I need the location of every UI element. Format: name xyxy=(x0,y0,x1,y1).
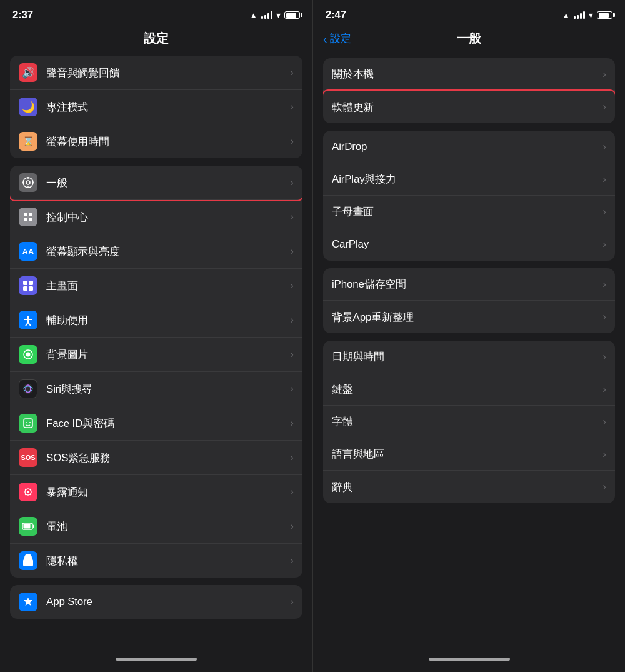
back-button[interactable]: ‹ 設定 xyxy=(323,31,351,46)
left-phone-panel: 2:37 ▲ ▾ 設定 🔊 聲音與觸覺回饋 › xyxy=(0,0,312,672)
dictionary-label: 辭典 xyxy=(332,480,599,494)
airplay-label: AirPlay與接力 xyxy=(332,172,599,186)
svg-point-29 xyxy=(25,489,26,490)
list-item[interactable]: AA 螢幕顯示與亮度 › xyxy=(10,234,302,269)
battery-icon xyxy=(284,11,300,19)
chevron-right-icon: › xyxy=(290,279,294,292)
carplay-label: CarPlay xyxy=(332,238,599,251)
general-icon xyxy=(19,173,38,192)
display-icon: AA xyxy=(19,242,38,261)
svg-rect-24 xyxy=(24,419,32,428)
list-item[interactable]: 控制中心 › xyxy=(10,200,302,234)
datetime-row[interactable]: 日期與時間 › xyxy=(323,341,615,373)
list-item[interactable]: 隱私權 › xyxy=(10,544,302,578)
list-item[interactable]: 輔助使用 › xyxy=(10,303,302,338)
chevron-right-icon: › xyxy=(290,451,294,464)
chevron-right-icon: › xyxy=(602,206,606,218)
chevron-right-icon: › xyxy=(290,520,294,533)
left-time: 2:37 xyxy=(12,9,33,21)
svg-rect-34 xyxy=(33,525,34,528)
right-bottom-bar xyxy=(313,651,625,672)
chevron-right-icon: › xyxy=(602,101,606,113)
list-item[interactable]: 🌙 專注模式 › xyxy=(10,90,302,124)
chevron-right-icon: › xyxy=(602,141,606,153)
wallpaper-icon xyxy=(19,345,38,364)
dictionary-row[interactable]: 辭典 › xyxy=(323,471,615,503)
chevron-right-icon: › xyxy=(290,176,294,189)
right-group2: AirDrop › AirPlay與接力 › 子母畫面 › CarPlay › xyxy=(323,131,615,261)
accessibility-label: 輔助使用 xyxy=(46,313,286,328)
svg-rect-12 xyxy=(23,286,28,291)
svg-point-30 xyxy=(30,489,31,490)
svg-point-32 xyxy=(30,494,31,495)
homescreen-label: 主畫面 xyxy=(46,279,286,293)
svg-point-14 xyxy=(27,316,29,318)
list-item[interactable]: Siri與搜尋 › xyxy=(10,372,302,406)
list-item[interactable]: 背景圖片 › xyxy=(10,338,302,372)
chevron-right-icon: › xyxy=(290,596,294,608)
sos-icon: SOS xyxy=(19,448,38,467)
right-status-bar: 2:47 ▲ ▾ xyxy=(313,0,625,26)
list-item[interactable]: ⌛ 螢幕使用時間 › xyxy=(10,124,302,158)
right-phone-panel: 2:47 ▲ ▾ ‹ 設定 一般 關於本機 › xyxy=(312,0,625,672)
iphone-storage-row[interactable]: iPhone儲存空間 › xyxy=(323,268,615,301)
list-item[interactable]: 電池 › xyxy=(10,509,302,544)
chevron-right-icon: › xyxy=(290,554,294,567)
privacy-label: 隱私權 xyxy=(46,554,286,568)
language-row[interactable]: 語言與地區 › xyxy=(323,438,615,471)
about-row[interactable]: 關於本機 › xyxy=(323,58,615,91)
chevron-right-icon: › xyxy=(290,314,294,326)
list-item[interactable]: 🔊 聲音與觸覺回饋 › xyxy=(10,56,302,90)
chevron-right-icon: › xyxy=(602,416,606,428)
sos-label: SOS緊急服務 xyxy=(46,451,286,465)
chevron-right-icon: › xyxy=(290,211,294,223)
software-update-row[interactable]: 軟體更新 › xyxy=(323,91,615,123)
wifi-icon: ▾ xyxy=(589,10,593,20)
svg-rect-9 xyxy=(29,218,32,221)
right-status-icons: ▲ ▾ xyxy=(562,10,612,20)
svg-point-28 xyxy=(27,491,29,493)
airdrop-label: AirDrop xyxy=(332,141,599,153)
siri-icon xyxy=(19,379,38,398)
keyboard-row[interactable]: 鍵盤 › xyxy=(323,373,615,406)
focus-icon: 🌙 xyxy=(19,98,38,116)
bg-app-refresh-row[interactable]: 背景App重新整理 › xyxy=(323,301,615,333)
list-item[interactable]: 主畫面 › xyxy=(10,269,302,303)
right-page-title: 一般 xyxy=(457,30,481,47)
exposure-label: 暴露通知 xyxy=(46,485,286,499)
exposure-icon xyxy=(19,483,38,501)
airplay-row[interactable]: AirPlay與接力 › xyxy=(323,163,615,196)
software-update-label: 軟體更新 xyxy=(332,100,599,114)
screentime-icon: ⌛ xyxy=(19,132,38,151)
carplay-row[interactable]: CarPlay › xyxy=(323,228,615,261)
right-nav-bar: ‹ 設定 一般 xyxy=(313,26,625,53)
list-item[interactable]: 暴露通知 › xyxy=(10,475,302,509)
list-item[interactable]: Face ID與密碼 › xyxy=(10,406,302,441)
privacy-icon xyxy=(19,551,38,570)
screentime-label: 螢幕使用時間 xyxy=(46,134,286,149)
sound-icon: 🔊 xyxy=(19,63,38,82)
general-row[interactable]: 一般 › xyxy=(10,166,302,200)
chevron-right-icon: › xyxy=(290,245,294,258)
display-label: 螢幕顯示與亮度 xyxy=(46,244,286,259)
left-bottom-group: App Store › xyxy=(10,585,302,619)
chevron-right-icon: › xyxy=(290,66,294,79)
wifi-icon: ▾ xyxy=(276,10,281,20)
control-center-label: 控制中心 xyxy=(46,210,286,224)
pip-row[interactable]: 子母畫面 › xyxy=(323,196,615,228)
fonts-row[interactable]: 字體 › xyxy=(323,406,615,438)
datetime-label: 日期與時間 xyxy=(332,349,599,364)
chevron-right-icon: › xyxy=(602,278,606,291)
airdrop-row[interactable]: AirDrop › xyxy=(323,131,615,163)
list-item[interactable]: SOS SOS緊急服務 › xyxy=(10,441,302,475)
focus-label: 專注模式 xyxy=(46,100,286,114)
left-scroll-content: 🔊 聲音與觸覺回饋 › 🌙 專注模式 › ⌛ 螢幕使用時間 › xyxy=(0,53,312,651)
svg-point-1 xyxy=(26,181,30,184)
battery-row-icon xyxy=(19,517,38,536)
list-item[interactable]: App Store › xyxy=(10,585,302,619)
chevron-right-icon: › xyxy=(602,351,606,363)
signal-icon xyxy=(574,11,585,19)
chevron-right-icon: › xyxy=(290,348,294,361)
iphone-storage-label: iPhone儲存空間 xyxy=(332,277,599,291)
svg-line-18 xyxy=(28,323,31,326)
